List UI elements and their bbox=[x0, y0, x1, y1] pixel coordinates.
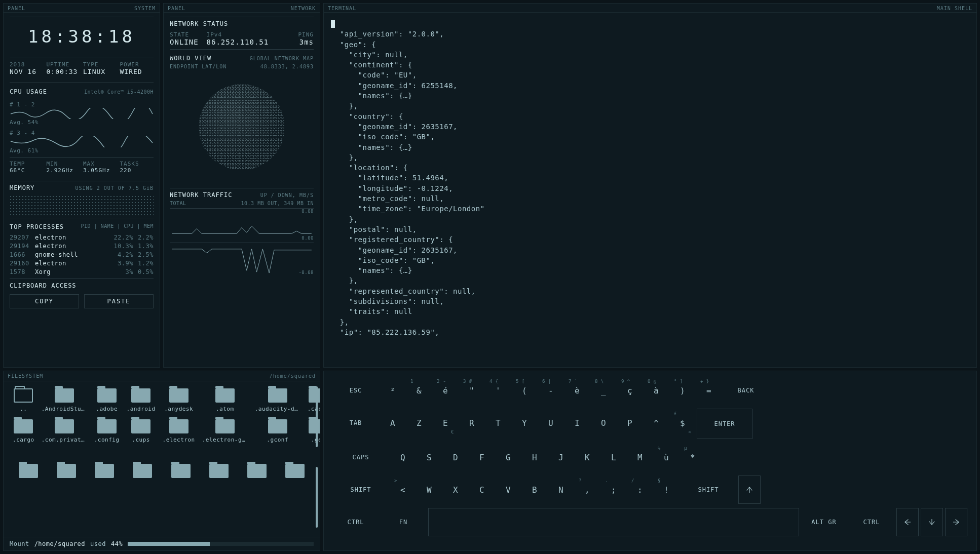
key[interactable]: O bbox=[591, 409, 616, 437]
key[interactable]: %ù bbox=[654, 443, 679, 471]
key-arrow-left[interactable] bbox=[896, 508, 919, 536]
key[interactable]: G bbox=[496, 443, 520, 471]
key[interactable]: + }= bbox=[697, 376, 721, 405]
folder-item[interactable]: .cups bbox=[125, 417, 158, 445]
key[interactable]: L bbox=[601, 443, 626, 471]
folder-item[interactable] bbox=[11, 462, 46, 480]
key[interactable]: Z bbox=[407, 409, 431, 437]
folder-icon bbox=[215, 419, 235, 433]
key-enter[interactable]: ENTER bbox=[697, 409, 752, 439]
folder-item[interactable]: .gconf bbox=[253, 417, 303, 445]
key[interactable]: M bbox=[628, 443, 652, 471]
key-shift[interactable]: SHIFT bbox=[681, 476, 736, 504]
key-fn[interactable]: FN bbox=[381, 508, 426, 536]
key[interactable]: 7 `è bbox=[565, 376, 589, 405]
key[interactable]: I bbox=[565, 409, 589, 437]
key[interactable]: Q bbox=[391, 443, 415, 471]
key[interactable]: B bbox=[522, 476, 547, 504]
key[interactable]: .; bbox=[601, 476, 626, 504]
key[interactable]: µ* bbox=[681, 443, 705, 471]
system-panel-head: PANEL SYSTEM bbox=[4, 4, 160, 13]
key[interactable]: S bbox=[417, 443, 441, 471]
key[interactable]: X bbox=[443, 476, 468, 504]
key[interactable]: 1& bbox=[407, 376, 431, 405]
copy-button[interactable]: COPY bbox=[10, 294, 79, 308]
key[interactable]: F bbox=[470, 443, 494, 471]
folder-item[interactable]: .electron bbox=[161, 417, 197, 445]
key[interactable]: 0 @à bbox=[644, 376, 668, 405]
folder-item[interactable]: .anydesk bbox=[161, 386, 197, 414]
key[interactable]: W bbox=[417, 476, 441, 504]
key[interactable]: U bbox=[539, 409, 563, 437]
folder-item[interactable]: .cache bbox=[306, 386, 320, 414]
key[interactable]: 6 |- bbox=[539, 376, 563, 405]
key[interactable]: £$¤ bbox=[670, 409, 695, 437]
folder-item[interactable] bbox=[49, 462, 84, 480]
key[interactable]: N bbox=[549, 476, 573, 504]
folder-item[interactable]: .atom bbox=[200, 386, 250, 414]
key[interactable]: H bbox=[522, 443, 547, 471]
key-shift[interactable]: SHIFT bbox=[333, 476, 389, 504]
cursor-icon bbox=[331, 20, 335, 28]
folder-item[interactable] bbox=[201, 462, 236, 480]
folder-item[interactable]: .electron-gyp bbox=[200, 417, 250, 445]
key-back[interactable]: BACK bbox=[723, 376, 769, 405]
key-arrow-right[interactable] bbox=[945, 508, 967, 536]
folder-item[interactable] bbox=[278, 462, 313, 480]
key-arrow-up[interactable] bbox=[738, 476, 761, 504]
folder-icon bbox=[309, 388, 320, 403]
folder-item[interactable]: .android bbox=[125, 386, 158, 414]
key[interactable]: ° ]) bbox=[670, 376, 695, 405]
folder-item[interactable] bbox=[125, 462, 160, 480]
key[interactable]: /: bbox=[628, 476, 652, 504]
key[interactable]: ^ bbox=[644, 409, 668, 437]
folder-item[interactable] bbox=[87, 462, 122, 480]
folder-item[interactable]: .cargo bbox=[11, 417, 36, 445]
folder-icon bbox=[169, 419, 189, 433]
key[interactable]: 9 ^ç bbox=[618, 376, 642, 405]
key-arrow-down[interactable] bbox=[921, 508, 943, 536]
key[interactable]: R bbox=[460, 409, 484, 437]
key[interactable]: Y bbox=[512, 409, 537, 437]
key[interactable]: 3 #" bbox=[460, 376, 484, 405]
folder-item[interactable] bbox=[240, 462, 275, 480]
folder-item[interactable] bbox=[163, 462, 198, 480]
key[interactable]: K bbox=[575, 443, 599, 471]
key[interactable]: D bbox=[443, 443, 468, 471]
key[interactable]: 5 [( bbox=[512, 376, 537, 405]
folder-item[interactable]: .config bbox=[92, 417, 122, 445]
key[interactable]: 4 {' bbox=[486, 376, 510, 405]
key-caps[interactable]: CAPS bbox=[333, 443, 389, 471]
key-ctrl[interactable]: CTRL bbox=[333, 508, 379, 536]
key[interactable]: V bbox=[496, 476, 520, 504]
cpu-stats: TEMP66°C MIN2.92GHz MAX3.05GHz TASKS220 bbox=[10, 161, 154, 174]
key[interactable]: >< bbox=[391, 476, 415, 504]
key[interactable]: 8 \_ bbox=[591, 376, 616, 405]
folder-item[interactable]: .adobe bbox=[92, 386, 122, 414]
key[interactable]: §! bbox=[654, 476, 679, 504]
key-altgr[interactable]: ALT GR bbox=[801, 508, 847, 536]
key[interactable]: T bbox=[486, 409, 510, 437]
disk-usage-bar bbox=[128, 542, 314, 546]
key-ctrl[interactable]: CTRL bbox=[849, 508, 894, 536]
folder-item[interactable]: .. bbox=[11, 386, 36, 414]
key[interactable]: J bbox=[549, 443, 573, 471]
key[interactable]: ² bbox=[381, 376, 405, 405]
key[interactable]: A bbox=[381, 409, 405, 437]
key-tab[interactable]: TAB bbox=[333, 409, 379, 437]
panel-label: PANEL bbox=[8, 6, 25, 11]
key[interactable]: P bbox=[618, 409, 642, 437]
folder-item[interactable]: .gem bbox=[306, 417, 320, 445]
folder-item[interactable]: .audacity-data bbox=[253, 386, 303, 414]
key[interactable]: 2 ~é bbox=[433, 376, 458, 405]
key[interactable]: E€ bbox=[433, 409, 458, 437]
terminal-output[interactable]: "api_version": "2.0.0", "geo": { "city":… bbox=[324, 13, 976, 367]
folder-item[interactable]: .com.privatei… bbox=[40, 417, 89, 445]
key[interactable]: C bbox=[470, 476, 494, 504]
key-esc[interactable]: ESC bbox=[333, 376, 379, 405]
paste-button[interactable]: PASTE bbox=[84, 294, 154, 308]
key-space[interactable] bbox=[428, 508, 799, 536]
folder-item[interactable]: .AndroidStudi… bbox=[40, 386, 89, 414]
memory-dots bbox=[10, 195, 154, 215]
key[interactable]: ?, bbox=[575, 476, 599, 504]
